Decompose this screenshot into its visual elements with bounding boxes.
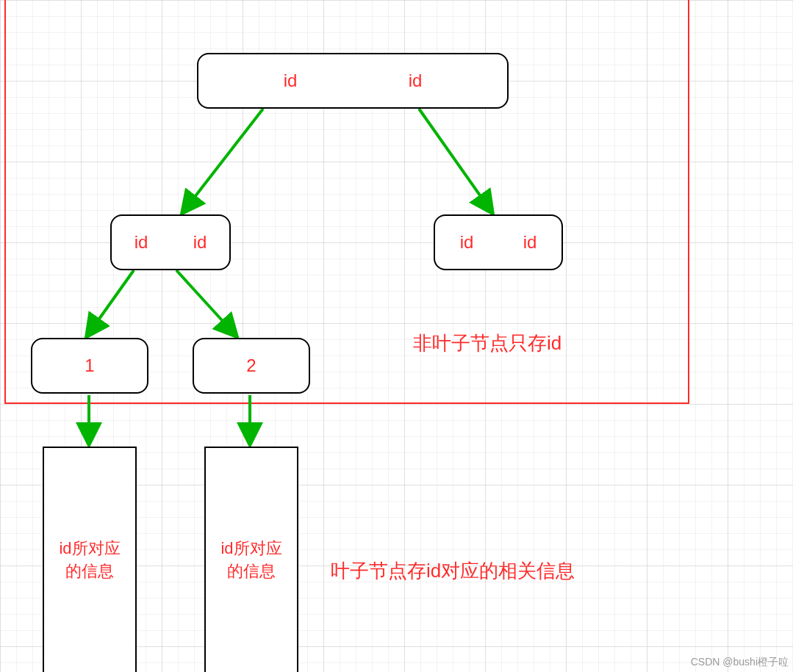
mid-right-node: id id bbox=[434, 214, 563, 270]
mid-left-label-1: id bbox=[134, 232, 148, 253]
annotation-leaf-text: 叶子节点存id对应的相关信息 bbox=[331, 560, 575, 582]
small-node-2: 2 bbox=[193, 338, 310, 394]
leaf-node-1-line1: id所对应 bbox=[59, 539, 120, 557]
leaf-node-1-line2: 的信息 bbox=[65, 562, 114, 580]
mid-left-node: id id bbox=[110, 214, 231, 270]
arrow-midleft-to-small1 bbox=[87, 270, 134, 336]
mid-right-label-2: id bbox=[523, 232, 537, 253]
leaf-node-1: id所对应 的信息 bbox=[43, 447, 137, 672]
watermark-text: CSDN @bushi橙子㕸 bbox=[691, 656, 789, 668]
diagram-canvas: id id id id id id 1 2 id所对应 的信息 id所对应 的信… bbox=[0, 0, 793, 672]
watermark: CSDN @bushi橙子㕸 bbox=[691, 656, 789, 669]
leaf-node-2-line1: id所对应 bbox=[220, 539, 281, 557]
annotation-leaf: 叶子节点存id对应的相关信息 bbox=[331, 558, 575, 584]
mid-left-label-2: id bbox=[193, 232, 207, 253]
arrow-midleft-to-small2 bbox=[176, 270, 237, 336]
root-right-label: id bbox=[409, 71, 423, 91]
leaf-node-2-line2: 的信息 bbox=[227, 562, 276, 580]
root-node: id id bbox=[197, 53, 509, 109]
arrow-root-to-midright bbox=[419, 109, 492, 213]
arrow-root-to-midleft bbox=[182, 109, 263, 213]
small-node-1-label: 1 bbox=[85, 355, 94, 376]
mid-right-label-1: id bbox=[460, 232, 474, 253]
annotation-non-leaf: 非叶子节点只存id bbox=[413, 330, 561, 356]
small-node-1: 1 bbox=[31, 338, 148, 394]
leaf-node-2-text: id所对应 的信息 bbox=[220, 538, 281, 583]
small-node-2-label: 2 bbox=[246, 355, 256, 376]
leaf-node-2: id所对应 的信息 bbox=[204, 447, 298, 672]
annotation-non-leaf-text: 非叶子节点只存id bbox=[413, 332, 561, 354]
root-left-label: id bbox=[284, 71, 298, 91]
leaf-node-1-text: id所对应 的信息 bbox=[59, 538, 120, 583]
